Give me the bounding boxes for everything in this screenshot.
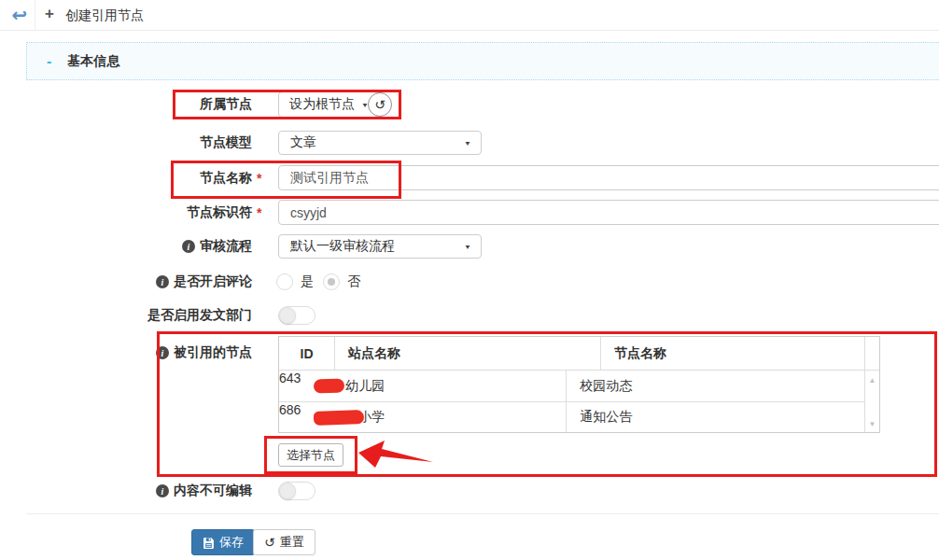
field-row-audit-flow: i 审核流程 默认一级审核流程 ▼ [0, 234, 939, 259]
cell-node-name: 校园动态 [567, 371, 830, 401]
cell-id: 643 [279, 371, 301, 401]
info-icon: i [156, 484, 169, 497]
field-row-node-slug: 节点标识符 * [0, 200, 939, 225]
referenced-nodes-table: ID 站点名称 节点名称 643 幼儿园 校园动态 686 小学 通知公告 [278, 336, 880, 433]
node-model-label: 节点模型 [0, 131, 264, 155]
page-title: 创建引用节点 [65, 7, 144, 24]
node-slug-label: 节点标识符 * [0, 200, 264, 225]
radio-circle-no[interactable] [323, 273, 340, 290]
table-body: 643 幼儿园 校园动态 686 小学 通知公告 ▲ ▼ [279, 371, 879, 432]
field-row-node-model: 节点模型 文章 ▼ [0, 131, 939, 155]
footer-divider [26, 513, 939, 514]
field-row-node-name: 节点名称 * [0, 165, 939, 190]
node-model-label-text: 节点模型 [200, 134, 252, 151]
radio-option-yes[interactable]: 是 [276, 273, 314, 290]
comments-label: i 是否开启评论 [0, 273, 264, 291]
node-slug-label-text: 节点标识符 [187, 204, 252, 221]
node-name-label-text: 节点名称 [200, 170, 252, 187]
collapse-minus-icon[interactable]: - [47, 53, 51, 70]
field-row-readonly-toggle: i 内容不可编辑 [0, 482, 939, 500]
table-scrollbar[interactable]: ▲ ▼ [864, 371, 879, 432]
readonly-label-text: 内容不可编辑 [174, 483, 252, 499]
audit-flow-select[interactable]: 默认一级审核流程 ▼ [278, 234, 482, 259]
topbar: ↩ + 创建引用节点 [0, 0, 939, 31]
dept-label-text: 是否启用发文部门 [147, 307, 252, 324]
node-name-input[interactable] [278, 165, 939, 190]
radio-label-yes: 是 [301, 273, 314, 290]
field-row-comments: i 是否开启评论 是 否 [0, 273, 939, 291]
radio-option-no[interactable]: 否 [323, 273, 360, 290]
scroll-up-icon[interactable]: ▲ [865, 376, 879, 385]
reset-glyph: ↺ [374, 97, 385, 112]
select-node-button[interactable]: 选择节点 [278, 443, 343, 467]
table-header-row: ID 站点名称 节点名称 [279, 337, 879, 371]
cell-site-name: 小学 [301, 402, 567, 432]
reset-icon: ↺ [264, 535, 275, 550]
table-header-node-name: 节点名称 [601, 337, 864, 370]
node-slug-input[interactable] [278, 200, 939, 225]
referenced-nodes-label: i 被引用的节点 [0, 343, 264, 362]
chevron-down-icon: ▼ [464, 139, 471, 147]
audit-flow-value: 默认一级审核流程 [290, 238, 395, 255]
radio-label-no: 否 [347, 273, 360, 290]
table-row: 643 幼儿园 校园动态 [279, 371, 864, 401]
table-header-scrollbar-spacer [864, 337, 879, 370]
dept-label: 是否启用发文部门 [0, 306, 264, 325]
reset-button-label: 重置 [280, 534, 304, 551]
section-title: 基本信息 [67, 53, 119, 70]
redaction-scribble [314, 378, 345, 393]
readonly-toggle[interactable] [278, 482, 315, 500]
floppy-save-icon [203, 537, 215, 549]
comments-label-text: 是否开启评论 [174, 273, 252, 290]
audit-flow-label: i 审核流程 [0, 234, 264, 259]
info-icon: i [156, 346, 169, 359]
table-header-id: ID [279, 337, 335, 370]
readonly-label: i 内容不可编辑 [0, 482, 264, 500]
plus-icon: + [45, 5, 54, 23]
table-row: 686 小学 通知公告 [279, 401, 864, 432]
reset-parent-node-icon[interactable]: ↺ [368, 92, 392, 117]
cell-site-name-text: 幼儿园 [345, 378, 385, 395]
parent-node-dropdown[interactable]: 设为根节点 ▼ [278, 91, 378, 118]
required-asterisk: * [257, 205, 264, 220]
parent-node-label-text: 所属节点 [200, 96, 252, 113]
required-asterisk: * [257, 171, 264, 186]
annotation-arrow [357, 441, 434, 470]
redaction-scribble [314, 410, 364, 426]
reset-button[interactable]: ↺ 重置 [253, 529, 315, 555]
dept-toggle[interactable] [278, 306, 315, 325]
chevron-down-icon: ▼ [464, 243, 471, 250]
info-icon: i [182, 240, 195, 253]
save-button-label: 保存 [219, 534, 244, 551]
toggle-knob [279, 483, 296, 499]
radio-circle-yes[interactable] [276, 273, 293, 290]
section-header-basic-info: - 基本信息 [26, 42, 939, 80]
cell-site-name: 幼儿园 [301, 371, 567, 401]
scroll-down-icon[interactable]: ▼ [865, 420, 879, 428]
field-row-dept-toggle: 是否启用发文部门 [0, 306, 939, 325]
node-model-value: 文章 [290, 134, 316, 151]
node-name-label: 节点名称 * [0, 165, 264, 190]
comments-radio-group: 是 否 [276, 273, 360, 291]
cell-id: 686 [279, 402, 301, 432]
audit-flow-label-text: 审核流程 [200, 238, 252, 255]
referenced-nodes-label-text: 被引用的节点 [174, 344, 252, 361]
cell-node-name: 通知公告 [567, 402, 830, 432]
field-row-parent-node: 所属节点 设为根节点 ▼ ↺ [0, 91, 939, 118]
toggle-knob [279, 307, 296, 324]
info-icon: i [156, 275, 169, 288]
topbar-divider [35, 0, 35, 30]
node-model-select[interactable]: 文章 ▼ [278, 131, 482, 155]
parent-node-dropdown-label: 设为根节点 [289, 96, 355, 113]
table-header-site-name: 站点名称 [335, 337, 601, 370]
back-arrow-icon[interactable]: ↩ [7, 3, 32, 27]
parent-node-label: 所属节点 [0, 91, 264, 118]
save-button[interactable]: 保存 [191, 529, 255, 555]
